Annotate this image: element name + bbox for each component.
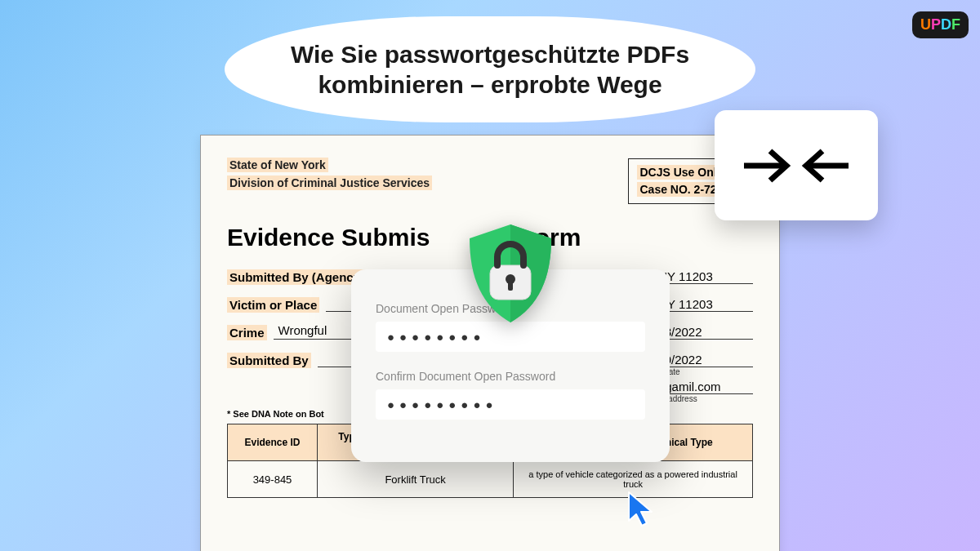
logo-letter-d: D — [941, 16, 951, 33]
doc-header-left: State of New York Division of Criminal J… — [227, 158, 432, 194]
title-pill: Wie Sie passwortgeschützte PDFs kombinie… — [225, 16, 755, 122]
state-label: State of New York — [227, 158, 328, 172]
victim-label: Victim or Place — [227, 297, 319, 313]
submitted-by-agency-label: Submitted By (Agency) — [227, 269, 367, 285]
division-label: Division of Criminal Justice Services — [227, 176, 432, 190]
svg-rect-5 — [508, 281, 513, 291]
submitted-by-label: Submitted By — [227, 353, 311, 368]
logo-letter-u: U — [920, 16, 931, 33]
merge-icon-box — [715, 110, 878, 220]
shield-lock-icon — [461, 220, 559, 330]
merge-arrows-icon — [739, 141, 853, 190]
confirm-password-input[interactable]: ●●●●●●●●● — [376, 389, 645, 420]
dcjs-use-label: DCJS Use Only — [637, 165, 725, 180]
th-evidence-id: Evidence ID — [228, 424, 318, 461]
password-dialog[interactable]: Document Open Password ●●●●●●●● Confirm … — [351, 269, 670, 462]
td-surface: Forklift Truck — [318, 461, 514, 498]
logo-letter-p: P — [931, 16, 941, 33]
crime-label: Crime — [227, 325, 267, 340]
cursor-icon — [625, 490, 657, 531]
updf-logo: UPDF — [912, 11, 969, 38]
logo-letter-f: F — [951, 16, 960, 33]
table-row: 349-845 Forklift Truck a type of vehicle… — [228, 461, 753, 498]
page-title: Wie Sie passwortgeschützte PDFs kombinie… — [225, 39, 755, 100]
confirm-password-label: Confirm Document Open Password — [376, 370, 645, 383]
td-evidence-id: 349-845 — [228, 461, 318, 498]
doc-header: State of New York Division of Criminal J… — [227, 158, 753, 204]
